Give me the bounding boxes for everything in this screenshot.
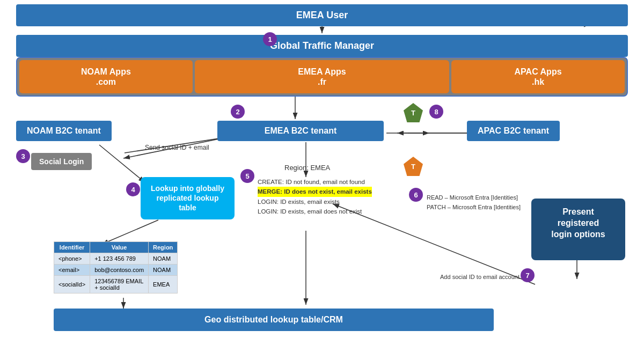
present-box: Presentregisteredlogin options [531,199,625,260]
table-row: <socialId> 123456789 EMAIL + socialId EM… [54,276,178,293]
badge-5: 5 [240,169,254,183]
badge-3: 3 [16,149,30,163]
social-login-box: Social Login [31,153,92,170]
svg-line-8 [99,145,145,182]
table-row: <phone> +1 123 456 789 NOAM [54,253,178,265]
gtm-bar-container: Global Traffic Manager [16,35,628,57]
gtm-label: Global Traffic Manager [16,35,628,57]
badge-6: 6 [409,188,423,202]
id-phone: <phone> [54,253,90,265]
col-value: Value [90,242,149,253]
patch-text: PATCH – Microsoft Entra [Identities] [427,203,521,212]
step-items: CREATE: ID not found, email not found ME… [258,177,372,217]
col-region: Region [149,242,178,253]
id-email: <email> [54,265,90,276]
pentagon-orange: T [404,157,423,176]
noam-tenant-box: NOAM B2C tenant [16,121,112,141]
geo-bar: Geo distributed lookup table/CRM [54,309,494,331]
table-row: <email> bob@contoso.com NOAM [54,265,178,276]
badge-2: 2 [231,105,245,119]
col-identifier: Identifier [54,242,90,253]
reg-email: NOAM [149,265,178,276]
val-phone: +1 123 456 789 [90,253,149,265]
id-socialid: <socialId> [54,276,90,293]
badge-4: 4 [126,182,140,196]
send-social-label: Send social ID + email [145,144,209,151]
lookup-box: Lookup into globallyreplicated lookuptab… [141,177,235,219]
step-merge: MERGE: ID does not exist, email exists [258,187,372,196]
pentagon-green: T [404,103,423,122]
data-table: Identifier Value Region <phone> +1 123 4… [54,241,178,293]
step-create: CREATE: ID not found, email not found [258,177,372,187]
apac-tenant-box: APAC B2C tenant [467,121,560,141]
add-social-text: Add social ID to email account [440,274,519,280]
emea-apps-box: EMEA Apps.fr [195,60,449,93]
step-login1: LOGIN: ID exists, email exists [258,197,372,207]
region-label: Region: EMEA [284,164,330,172]
badge-8: 8 [429,105,443,119]
emea-tenant-box: EMEA B2C tenant [217,121,384,141]
badge-1: 1 [263,32,277,46]
diagram: EMEA User 1 Global Traffic Manager NOAM … [0,0,644,345]
val-email: bob@contoso.com [90,265,149,276]
reg-phone: NOAM [149,253,178,265]
read-patch-text: READ – Microsoft Entra [Identities] PATC… [427,193,521,212]
apac-apps-box: APAC Apps.hk [451,60,625,93]
reg-socialid: EMEA [149,276,178,293]
badge-7: 7 [521,268,535,282]
read-text: READ – Microsoft Entra [Identities] [427,193,521,203]
emea-user-bar: EMEA User [16,4,628,26]
noam-apps-box: NOAM Apps.com [19,60,193,93]
emea-user-label: EMEA User [16,4,628,26]
svg-line-9 [102,220,158,244]
apps-row: NOAM Apps.com EMEA Apps.fr APAC Apps.hk [16,57,628,97]
val-socialid: 123456789 EMAIL + socialId [90,276,149,293]
step-login2: LOGIN: ID exists, email does not exist [258,207,372,216]
apps-container: NOAM Apps.com EMEA Apps.fr APAC Apps.hk [16,57,628,97]
